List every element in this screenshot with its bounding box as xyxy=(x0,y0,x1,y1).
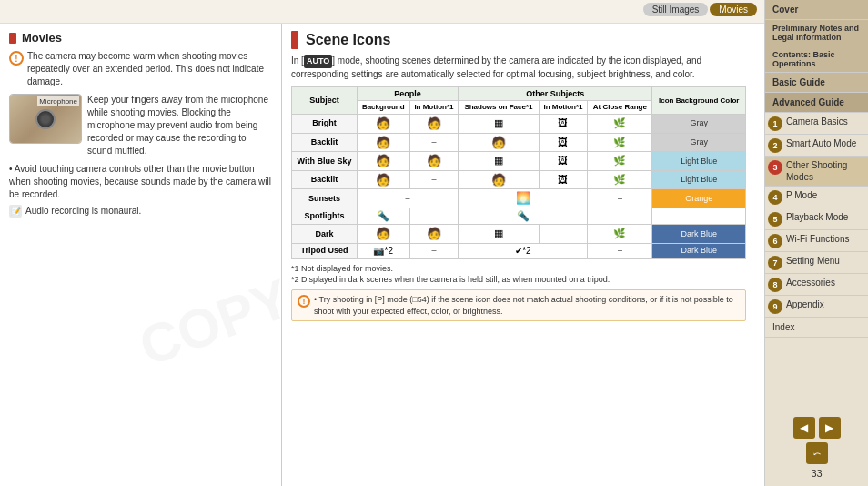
sidebar-item-setting-menu[interactable]: 7 Setting Menu xyxy=(765,252,868,274)
table-row: Sunsets – 🌅 – Orange xyxy=(292,189,746,208)
bright-people-shadow: 🧑 xyxy=(409,115,459,134)
sidebar-item-accessories[interactable]: 8 Accessories xyxy=(765,274,868,296)
sidebar-num-7: 7 xyxy=(768,256,782,270)
note-icon: 📝 xyxy=(9,205,22,218)
sidebar-item-basic-guide[interactable]: Basic Guide xyxy=(765,73,868,93)
auto-icon: AUTO xyxy=(304,55,332,68)
table-row: Dark 🧑 🧑 ▦ 🌿 Dark Blue xyxy=(292,225,746,244)
dark-label: Dark xyxy=(292,225,358,244)
sidebar-item-contents[interactable]: Contents: Basic Operations xyxy=(765,46,868,73)
backlit1-label: Backlit xyxy=(292,133,358,152)
audio-note-box: 📝 Audio recording is monaural. xyxy=(9,205,272,218)
spotlights-close xyxy=(588,208,652,225)
camera-image: Microphone xyxy=(9,94,82,144)
backlit1-other-motion: 🧑 xyxy=(459,133,539,152)
movies-tab[interactable]: Movies xyxy=(710,3,757,16)
bright-other-close: 🌿 xyxy=(588,115,652,134)
scene-icons-heading: Scene Icons xyxy=(306,32,390,48)
warning-text: The camera may become warm when shooting… xyxy=(27,50,272,88)
sidebar-num-3: 3 xyxy=(768,160,782,175)
bright-people-motion: 🧑 xyxy=(357,115,409,134)
sunsets-close: – xyxy=(588,189,652,208)
bluesky-other-motion: ▦ xyxy=(459,152,539,171)
sidebar-item-preliminary[interactable]: Preliminary Notes and Legal Information xyxy=(765,20,868,46)
audio-note: Audio recording is monaural. xyxy=(25,205,141,218)
tip-icon: ! xyxy=(298,295,310,308)
avoid-tip: Avoid touching camera controls other tha… xyxy=(9,163,272,201)
sidebar-item-p-mode[interactable]: 4 P Mode xyxy=(765,187,868,208)
prev-button[interactable]: ◀ xyxy=(793,417,815,439)
sidebar-item-other-modes[interactable]: 3 Other Shooting Modes xyxy=(765,157,868,187)
sidebar-item-index[interactable]: Index xyxy=(765,318,868,338)
footnote-1: *1 Not displayed for movies. xyxy=(291,263,746,275)
scene-intro-text: In [AUTO] mode, shooting scenes determin… xyxy=(291,55,746,81)
other-subjects-header: Other Subjects xyxy=(459,86,652,101)
sidebar-camera-basics-label: Camera Basics xyxy=(786,116,848,127)
spotlights-label: Spotlights xyxy=(292,208,358,225)
subject-header: Subject xyxy=(292,86,358,114)
dark-people-motion: 🧑 xyxy=(357,225,409,244)
spotlights-bg xyxy=(652,208,746,225)
spotlights-other: 🔦 xyxy=(459,208,588,225)
dark-other-close: 🌿 xyxy=(588,225,652,244)
movies-title: Movies xyxy=(9,31,272,45)
tripod-people-shadow: – xyxy=(409,243,459,258)
sidebar-num-2: 2 xyxy=(768,138,782,153)
sidebar-item-smart-auto[interactable]: 2 Smart Auto Mode xyxy=(765,135,868,157)
table-row: Tripod Used 📷*2 – ✔*2 – Dark Blue xyxy=(292,243,746,258)
sidebar-item-cover[interactable]: Cover xyxy=(765,0,868,20)
camera-section: Microphone Keep your fingers away from t… xyxy=(9,94,272,157)
sidebar-contents-label: Contents: Basic Operations xyxy=(772,50,861,68)
people-header: People xyxy=(357,86,458,101)
bluesky-people-motion: 🧑 xyxy=(357,152,409,171)
next-button[interactable]: ▶ xyxy=(819,417,841,439)
backlit1-bg-color: Gray xyxy=(652,133,746,152)
sidebar-item-advanced-guide[interactable]: Advanced Guide xyxy=(765,93,868,113)
warning-box: ! The camera may become warm when shooti… xyxy=(9,50,272,88)
still-images-tab[interactable]: Still Images xyxy=(643,3,709,16)
movies-section: Movies ! The camera may become warm when… xyxy=(0,24,282,486)
scene-icons-title: Scene Icons xyxy=(291,31,746,49)
home-button[interactable]: ⤺ xyxy=(806,442,828,464)
microphone-label: Microphone xyxy=(37,96,79,106)
footnotes: *1 Not displayed for movies. *2 Displaye… xyxy=(291,263,746,286)
sidebar-index-label: Index xyxy=(772,322,794,332)
sidebar-item-wifi[interactable]: 6 Wi-Fi Functions xyxy=(765,230,868,252)
sidebar-cover-label: Cover xyxy=(772,5,798,15)
sidebar-playback-label: Playback Mode xyxy=(786,211,848,223)
dark-bg-color: Dark Blue xyxy=(652,225,746,244)
backlit2-other-close: 🌿 xyxy=(588,170,652,189)
backlit2-bg-color: Light Blue xyxy=(652,170,746,189)
sidebar-item-appendix[interactable]: 9 Appendix xyxy=(765,296,868,318)
bright-bg-color: Gray xyxy=(652,115,746,134)
sunsets-label: Sunsets xyxy=(292,189,358,208)
sidebar-p-mode-label: P Mode xyxy=(786,189,817,201)
table-row: Bright 🧑 🧑 ▦ 🖼 🌿 Gray xyxy=(292,115,746,134)
sunsets-people: – xyxy=(357,189,458,208)
scene-icons-section: Scene Icons In [AUTO] mode, shooting sce… xyxy=(282,24,755,486)
bright-other-still: 🖼 xyxy=(539,115,588,134)
backlit2-label: Backlit xyxy=(292,170,358,189)
background-subheader: Background xyxy=(357,101,409,115)
bluesky-bg-color: Light Blue xyxy=(652,152,746,171)
at-close-range-header: At Close Range xyxy=(588,101,652,115)
sidebar-item-camera-basics[interactable]: 1 Camera Basics xyxy=(765,113,868,135)
in-motion1-header: In Motion*1 xyxy=(409,101,459,115)
title-bar-decoration xyxy=(291,31,298,49)
sidebar-item-playback[interactable]: 5 Playback Mode xyxy=(765,208,868,230)
backlit2-other-motion: 🧑 xyxy=(459,170,539,189)
table-row: Backlit 🧑 – 🧑 🖼 🌿 Gray xyxy=(292,133,746,152)
backlit2-people-motion: 🧑 xyxy=(357,170,409,189)
bluesky-other-still: 🖼 xyxy=(539,152,588,171)
sunsets-other: 🌅 xyxy=(459,189,588,208)
shadows-header: Shadows on Face*1 xyxy=(459,101,539,115)
bright-other-motion: ▦ xyxy=(459,115,539,134)
backlit2-people-shadow: – xyxy=(409,170,459,189)
sidebar-num-5: 5 xyxy=(768,212,782,227)
tip-box: ! • Try shooting in [P] mode (□54) if th… xyxy=(291,289,746,321)
sidebar-num-8: 8 xyxy=(768,278,782,292)
sidebar-num-6: 6 xyxy=(768,234,782,248)
tip-text: • Try shooting in [P] mode (□54) if the … xyxy=(314,294,740,317)
dark-people-shadow: 🧑 xyxy=(409,225,459,244)
sidebar-appendix-label: Appendix xyxy=(786,299,824,310)
